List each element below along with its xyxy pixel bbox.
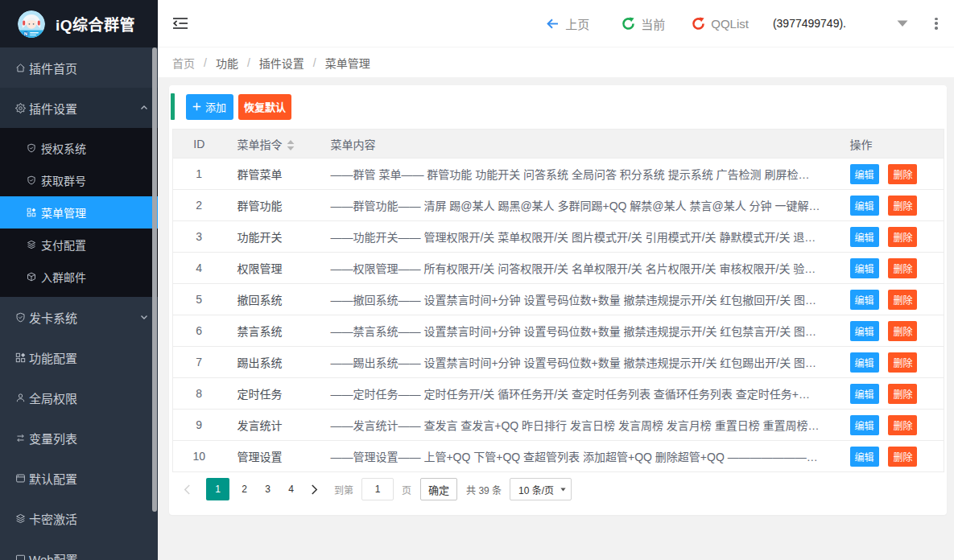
delete-button[interactable]: 删除: [888, 290, 917, 310]
delete-button[interactable]: 删除: [888, 415, 917, 435]
main-area: 上页 当前 QQList (3977499749).: [158, 0, 954, 560]
cell-command: 群管功能: [225, 190, 319, 221]
sidebar-item-variable-list[interactable]: 变量列表: [0, 418, 158, 458]
delete-button[interactable]: 删除: [888, 384, 917, 404]
cell-id: 5: [173, 284, 225, 315]
account-dropdown-caret-icon[interactable]: [897, 20, 908, 27]
edit-button[interactable]: 编辑: [850, 227, 879, 247]
restore-default-button[interactable]: 恢复默认: [238, 94, 291, 120]
edit-button[interactable]: 编辑: [850, 290, 879, 310]
cell-command: 群管菜单: [225, 159, 319, 190]
sidebar-item-label: 插件设置: [29, 100, 139, 117]
page-number-input[interactable]: [361, 478, 394, 500]
sidebar-item-auth-system[interactable]: 授权系统: [0, 132, 158, 164]
table-header-row: ID 菜单指令 菜单内容 操作: [173, 130, 944, 159]
pagination-page-2[interactable]: 2: [233, 478, 256, 500]
sidebar-item-label: 授权系统: [41, 140, 86, 156]
edit-button[interactable]: 编辑: [850, 164, 879, 184]
refresh-icon-green: [622, 17, 635, 31]
layers-icon: [27, 240, 36, 249]
sidebar-item-plugin-home[interactable]: 插件首页: [0, 47, 158, 88]
edit-button[interactable]: 编辑: [850, 321, 879, 341]
confirm-page-button[interactable]: 确定: [420, 478, 457, 500]
delete-button[interactable]: 删除: [888, 196, 917, 216]
edit-button[interactable]: 编辑: [850, 352, 879, 373]
breadcrumb-function[interactable]: 功能: [216, 55, 238, 71]
edit-button[interactable]: 编辑: [850, 447, 879, 467]
cell-actions: 编辑 删除: [838, 159, 944, 190]
sidebar-item-plugin-settings[interactable]: 插件设置: [0, 88, 158, 128]
column-header-content: 菜单内容: [319, 130, 838, 159]
table-row: 8 定时任务 ——定时任务—— 定时任务开/关 循环任务开/关 查定时任务列表 …: [173, 378, 944, 410]
cell-content: ——群管 菜单—— 群管功能 功能开关 问答系统 全局问答 积分系统 提示系统 …: [319, 159, 838, 190]
delete-button[interactable]: 删除: [888, 258, 917, 278]
more-options-icon[interactable]: [935, 18, 938, 30]
table-toolbar: 添加 恢复默认: [172, 93, 944, 120]
sidebar-item-global-permission[interactable]: 全局权限: [0, 377, 158, 418]
sidebar-item-card-system[interactable]: 发卡系统: [0, 297, 158, 337]
sidebar-item-default-config[interactable]: 默认配置: [0, 458, 158, 498]
sidebar-item-function-config[interactable]: 功能配置: [0, 337, 158, 377]
breadcrumb-plugin-settings[interactable]: 插件设置: [259, 55, 304, 71]
cell-actions: 编辑 删除: [838, 315, 944, 347]
cell-command: 发言统计: [225, 410, 319, 441]
delete-button[interactable]: 删除: [888, 164, 917, 184]
sidebar-item-menu-management[interactable]: 菜单管理: [0, 196, 158, 229]
prev-page-button[interactable]: 上页: [546, 15, 589, 32]
delete-button[interactable]: 删除: [888, 447, 917, 467]
cell-content: ——踢出系统—— 设置禁言时间+分钟 设置号码位数+数量 撤禁违规提示开/关 红…: [319, 347, 838, 378]
delete-button[interactable]: 删除: [888, 352, 917, 373]
restore-default-label: 恢复默认: [244, 99, 286, 114]
sidebar-item-label: 发卡系统: [29, 309, 139, 326]
refresh-qqlist-label: QQList: [711, 17, 749, 31]
delete-button[interactable]: 删除: [888, 227, 917, 247]
cell-command: 撤回系统: [225, 284, 319, 315]
layers-icon: [15, 513, 26, 524]
arrow-left-icon: [546, 17, 560, 31]
table-row: 5 撤回系统 ——撤回系统—— 设置禁言时间+分钟 设置号码位数+数量 撤禁违规…: [173, 284, 944, 315]
sidebar-item-label: 功能配置: [29, 349, 149, 366]
page-size-value: 10 条/页: [518, 483, 554, 496]
pagination-next-icon[interactable]: [303, 478, 326, 500]
sidebar-scrollbar-thumb[interactable]: [152, 47, 157, 512]
cell-id: 7: [173, 347, 225, 378]
cell-content: ——群管功能—— 清屏 踢@某人 踢黑@某人 多群同踢+QQ 解禁@某人 禁言@…: [319, 190, 838, 221]
sidebar-item-payment-config[interactable]: 支付配置: [0, 229, 158, 261]
sidebar-item-join-group-mail[interactable]: 入群邮件: [0, 261, 158, 293]
column-header-command[interactable]: 菜单指令: [225, 130, 319, 159]
swap-icon: [15, 433, 26, 443]
sort-icon[interactable]: [287, 140, 295, 150]
table-row: 6 禁言系统 ——禁言系统—— 设置禁言时间+分钟 设置号码位数+数量 撤禁违规…: [173, 315, 944, 347]
table-row: 10 管理设置 ——管理设置—— 上管+QQ 下管+QQ 查超管列表 添加超管+…: [173, 441, 944, 472]
edit-button[interactable]: 编辑: [850, 415, 879, 435]
cell-id: 4: [173, 253, 225, 284]
refresh-current-button[interactable]: 当前: [622, 15, 665, 32]
pagination-page-4[interactable]: 4: [279, 478, 303, 500]
edit-button[interactable]: 编辑: [850, 196, 879, 216]
cell-actions: 编辑 删除: [838, 284, 944, 315]
pagination-page-1: 1: [206, 478, 229, 500]
sidebar-item-card-key-activation[interactable]: 卡密激活: [0, 498, 158, 538]
sidebar-item-label: 获取群号: [41, 172, 86, 188]
edit-button[interactable]: 编辑: [850, 258, 879, 278]
cell-id: 9: [173, 410, 225, 441]
sidebar-collapse-icon[interactable]: [172, 16, 188, 31]
chevron-up-icon: [139, 103, 149, 113]
sidebar-item-get-group-number[interactable]: 获取群号: [0, 164, 158, 196]
refresh-qqlist-button[interactable]: QQList: [692, 17, 749, 31]
cell-id: 1: [173, 159, 225, 190]
column-header-id: ID: [173, 130, 225, 159]
sidebar-item-web-config[interactable]: Web配置: [0, 538, 158, 560]
goto-page-label: 到第: [334, 483, 353, 496]
breadcrumb-home[interactable]: 首页: [172, 55, 195, 71]
add-button[interactable]: 添加: [186, 94, 233, 120]
svg-text:N: N: [24, 31, 27, 36]
pagination-page-3[interactable]: 3: [256, 478, 279, 500]
sidebar-item-label: 插件首页: [29, 60, 149, 76]
cell-command: 管理设置: [225, 441, 319, 472]
page-size-select[interactable]: 10 条/页: [510, 478, 572, 500]
delete-button[interactable]: 删除: [888, 321, 917, 341]
cell-command: 定时任务: [225, 378, 319, 410]
add-button-label: 添加: [205, 99, 226, 114]
edit-button[interactable]: 编辑: [850, 384, 879, 404]
